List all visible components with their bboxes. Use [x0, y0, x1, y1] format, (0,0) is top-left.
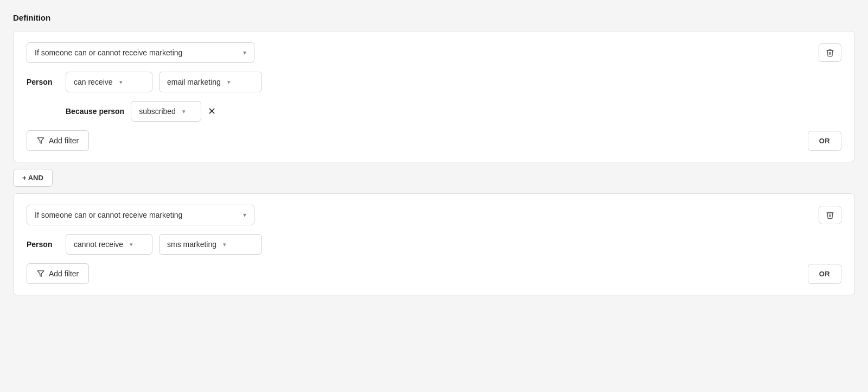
because-row-1: Because person subscribed ▾ ✕ [66, 101, 841, 122]
condition-type-chevron-2: ▾ [243, 211, 246, 219]
condition-type-label-1: If someone can or cannot receive marketi… [35, 48, 182, 57]
page-title: Definition [13, 13, 855, 22]
and-separator: + AND [13, 162, 855, 193]
close-icon-1: ✕ [208, 106, 216, 116]
marketing-chevron-2: ▾ [223, 241, 226, 248]
or-label-2: OR [819, 270, 830, 278]
definition-section: Definition If someone can or cannot rece… [13, 13, 855, 295]
and-label: + AND [22, 174, 43, 182]
svg-marker-1 [37, 271, 44, 277]
action-row-2: Add filter OR [27, 263, 841, 284]
svg-marker-0 [37, 138, 44, 144]
filter-icon-2 [37, 270, 44, 277]
condition-header-row-2: If someone can or cannot receive marketi… [27, 205, 841, 225]
marketing-dropdown-1[interactable]: email marketing ▾ [159, 72, 262, 92]
marketing-dropdown-2[interactable]: sms marketing ▾ [159, 234, 262, 255]
because-dropdown-1[interactable]: subscribed ▾ [131, 101, 201, 122]
marketing-option-1: email marketing [167, 78, 221, 86]
because-chevron-1: ▾ [182, 108, 186, 115]
receive-option-2: cannot receive [74, 240, 123, 249]
condition-type-dropdown-2[interactable]: If someone can or cannot receive marketi… [27, 205, 254, 225]
condition-block-1: If someone can or cannot receive marketi… [13, 31, 855, 162]
person-label-1: Person [27, 78, 59, 86]
or-label-1: OR [819, 137, 830, 145]
condition-type-chevron-1: ▾ [243, 49, 246, 56]
condition-header-row-1: If someone can or cannot receive marketi… [27, 42, 841, 63]
because-option-1: subscribed [139, 107, 176, 116]
because-label-1: Because person [66, 107, 124, 116]
receive-chevron-1: ▾ [119, 79, 123, 86]
person-label-2: Person [27, 240, 59, 249]
filter-icon-1 [37, 137, 44, 144]
marketing-chevron-1: ▾ [227, 79, 231, 86]
or-button-2[interactable]: OR [808, 264, 841, 284]
add-filter-label-1: Add filter [49, 136, 79, 145]
receive-dropdown-2[interactable]: cannot receive ▾ [66, 234, 152, 255]
close-because-button-1[interactable]: ✕ [208, 106, 216, 116]
add-filter-label-2: Add filter [49, 269, 79, 278]
and-button[interactable]: + AND [13, 169, 53, 187]
delete-button-2[interactable] [819, 206, 841, 224]
add-filter-button-2[interactable]: Add filter [27, 263, 89, 284]
action-row-1: Add filter OR [27, 130, 841, 151]
trash-icon-1 [826, 48, 834, 57]
delete-button-1[interactable] [819, 43, 841, 62]
or-button-1[interactable]: OR [808, 131, 841, 151]
receive-chevron-2: ▾ [130, 241, 133, 248]
condition-type-dropdown-1[interactable]: If someone can or cannot receive marketi… [27, 42, 254, 63]
person-row-1: Person can receive ▾ email marketing ▾ [27, 72, 841, 92]
marketing-option-2: sms marketing [167, 240, 216, 249]
condition-block-2: If someone can or cannot receive marketi… [13, 193, 855, 295]
add-filter-button-1[interactable]: Add filter [27, 130, 89, 151]
condition-type-label-2: If someone can or cannot receive marketi… [35, 211, 182, 219]
trash-icon-2 [826, 211, 834, 219]
receive-dropdown-1[interactable]: can receive ▾ [66, 72, 152, 92]
receive-option-1: can receive [74, 78, 113, 86]
person-row-2: Person cannot receive ▾ sms marketing ▾ [27, 234, 841, 255]
